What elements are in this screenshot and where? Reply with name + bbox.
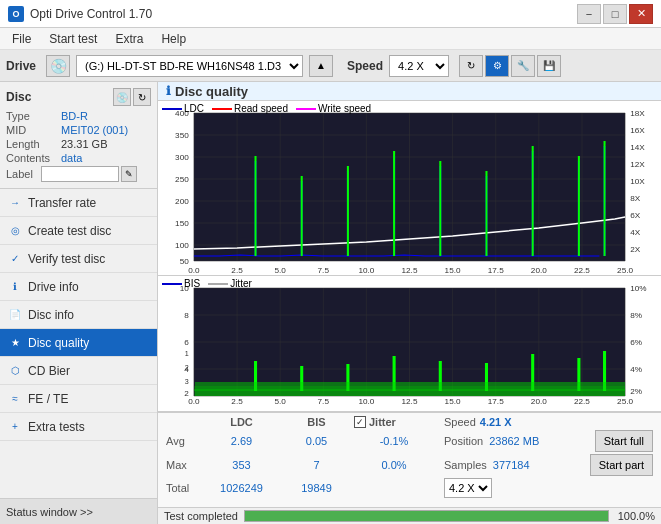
read-speed-line xyxy=(212,108,232,110)
label-input[interactable] xyxy=(41,166,119,182)
disc-type-row: Type BD-R xyxy=(6,110,151,122)
svg-text:25.0: 25.0 xyxy=(617,266,633,275)
svg-text:0.0: 0.0 xyxy=(188,266,200,275)
maximize-button[interactable]: □ xyxy=(603,4,627,24)
stats-avg-row: Avg 2.69 0.05 -0.1% Position 23862 MB St… xyxy=(158,429,661,453)
verify-test-disc-label: Verify test disc xyxy=(28,252,105,266)
main-area: Disc 💿 ↻ Type BD-R MID MEIT02 (001) Leng… xyxy=(0,82,661,524)
dq-title: Disc quality xyxy=(175,84,248,99)
disc-icon-btn[interactable]: 💿 xyxy=(113,88,131,106)
length-label: Length xyxy=(6,138,61,150)
menu-extra[interactable]: Extra xyxy=(107,30,151,48)
speed-select[interactable]: 4.2 X xyxy=(389,55,449,77)
start-full-button[interactable]: Start full xyxy=(595,430,653,452)
type-label: Type xyxy=(6,110,61,122)
sidebar-item-verify-test-disc[interactable]: ✓ Verify test disc xyxy=(0,245,157,273)
svg-text:5.0: 5.0 xyxy=(274,266,286,275)
content-area: ℹ Disc quality LDC Read speed xyxy=(158,82,661,524)
svg-rect-117 xyxy=(195,382,625,396)
length-value: 23.31 GB xyxy=(61,138,107,150)
verify-test-disc-icon: ✓ xyxy=(8,252,22,266)
menu-help[interactable]: Help xyxy=(153,30,194,48)
svg-text:10%: 10% xyxy=(630,284,646,293)
position-info: Position 23862 MB xyxy=(444,435,595,447)
sidebar-item-transfer-rate[interactable]: → Transfer rate xyxy=(0,189,157,217)
sidebar-item-disc-quality[interactable]: ★ Disc quality xyxy=(0,329,157,357)
progress-text: 100.0% xyxy=(615,510,655,522)
svg-text:300: 300 xyxy=(175,153,189,162)
sidebar-item-disc-info[interactable]: 📄 Disc info xyxy=(0,301,157,329)
sidebar-item-drive-info[interactable]: ℹ Drive info xyxy=(0,273,157,301)
title-bar-left: O Opti Drive Control 1.70 xyxy=(8,6,152,22)
sidebar-item-create-test-disc[interactable]: ◎ Create test disc xyxy=(0,217,157,245)
svg-text:8%: 8% xyxy=(630,311,642,320)
sidebar-item-extra-tests[interactable]: + Extra tests xyxy=(0,413,157,441)
jitter-checkbox[interactable]: ✓ xyxy=(354,416,366,428)
svg-text:2.5: 2.5 xyxy=(231,397,243,406)
cd-bier-icon: ⬡ xyxy=(8,364,22,378)
transfer-rate-icon: → xyxy=(8,196,22,210)
title-bar: O Opti Drive Control 1.70 − □ ✕ xyxy=(0,0,661,28)
fe-te-label: FE / TE xyxy=(28,392,68,406)
samples-info: Samples 377184 xyxy=(444,459,590,471)
svg-text:10.0: 10.0 xyxy=(358,266,374,275)
sidebar-item-cd-bier[interactable]: ⬡ CD Bier xyxy=(0,357,157,385)
max-bis: 7 xyxy=(279,459,354,471)
total-label: Total xyxy=(166,482,204,494)
menu-file[interactable]: File xyxy=(4,30,39,48)
svg-text:350: 350 xyxy=(175,131,189,140)
config-button[interactable]: 🔧 xyxy=(511,55,535,77)
svg-text:6X: 6X xyxy=(630,211,641,220)
svg-text:100: 100 xyxy=(175,241,189,250)
svg-text:20.0: 20.0 xyxy=(531,397,547,406)
jitter-legend: Jitter xyxy=(208,278,252,289)
label-edit-btn[interactable]: ✎ xyxy=(121,166,137,182)
svg-text:20.0: 20.0 xyxy=(531,266,547,275)
start-part-button[interactable]: Start part xyxy=(590,454,653,476)
svg-text:4%: 4% xyxy=(630,365,642,374)
svg-text:17.5: 17.5 xyxy=(488,266,504,275)
chart2-svg: 10 8 6 4 2 3 2 1 10% 8% 6% 4% 2% 0.0 xyxy=(158,276,661,406)
svg-text:17.5: 17.5 xyxy=(488,397,504,406)
stats-max-row: Max 353 7 0.0% Samples 377184 Start part xyxy=(158,453,661,477)
sidebar-item-fe-te[interactable]: ≈ FE / TE xyxy=(0,385,157,413)
chart1-svg: 400 350 300 250 200 150 100 50 18X 16X 1… xyxy=(158,101,661,276)
svg-text:250: 250 xyxy=(175,175,189,184)
status-text: Test completed xyxy=(164,510,238,522)
progress-container: Test completed 100.0% xyxy=(158,507,661,524)
status-window-button[interactable]: Status window >> xyxy=(0,498,157,524)
svg-text:14X: 14X xyxy=(630,143,645,152)
settings-button[interactable]: ⚙ xyxy=(485,55,509,77)
app-icon: O xyxy=(8,6,24,22)
disc-panel: Disc 💿 ↻ Type BD-R MID MEIT02 (001) Leng… xyxy=(0,82,157,189)
disc-quality-icon: ★ xyxy=(8,336,22,350)
write-speed-label: Write speed xyxy=(318,103,371,114)
close-button[interactable]: ✕ xyxy=(629,4,653,24)
progress-bar-inner xyxy=(245,511,608,521)
svg-text:200: 200 xyxy=(175,197,189,206)
drive-label: Drive xyxy=(6,59,36,73)
svg-text:12.5: 12.5 xyxy=(402,266,418,275)
speed-label: Speed xyxy=(347,59,383,73)
sidebar: Disc 💿 ↻ Type BD-R MID MEIT02 (001) Leng… xyxy=(0,82,158,524)
minimize-button[interactable]: − xyxy=(577,4,601,24)
svg-text:50: 50 xyxy=(180,257,190,266)
jitter-label: Jitter xyxy=(230,278,252,289)
menu-start-test[interactable]: Start test xyxy=(41,30,105,48)
svg-text:1: 1 xyxy=(185,350,189,358)
disc-quality-header: ℹ Disc quality xyxy=(158,82,661,101)
disc-mid-row: MID MEIT02 (001) xyxy=(6,124,151,136)
drive-select[interactable]: (G:) HL-DT-ST BD-RE WH16NS48 1.D3 xyxy=(76,55,303,77)
svg-text:5.0: 5.0 xyxy=(274,397,286,406)
svg-text:2X: 2X xyxy=(630,245,641,254)
speed-select-dropdown[interactable]: 4.2 X xyxy=(444,478,492,498)
mid-value: MEIT02 (001) xyxy=(61,124,128,136)
save-button[interactable]: 💾 xyxy=(537,55,561,77)
disc-refresh-btn[interactable]: ↻ xyxy=(133,88,151,106)
chart1-legend: LDC Read speed Write speed xyxy=(162,103,371,114)
window-controls: − □ ✕ xyxy=(577,4,653,24)
eject-button[interactable]: ▲ xyxy=(309,55,333,77)
chart2-container: BIS Jitter xyxy=(158,276,661,412)
refresh-button[interactable]: ↻ xyxy=(459,55,483,77)
chart2-legend: BIS Jitter xyxy=(162,278,252,289)
